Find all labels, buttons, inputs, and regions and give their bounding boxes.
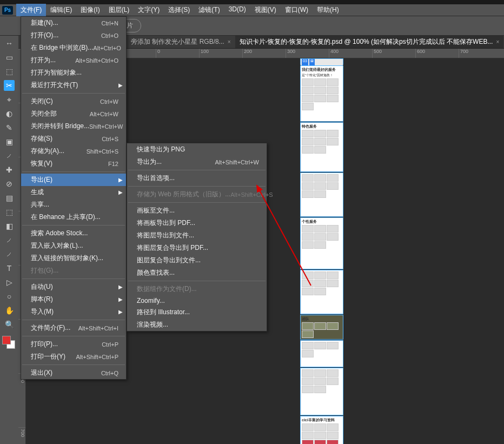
menu-item[interactable]: 渲染视频... xyxy=(127,319,267,331)
slice-thumbnail[interactable]: 我们觉得最好的服务是"个性化"因材施教！ xyxy=(300,65,343,122)
menubar-item[interactable]: 图像(I) xyxy=(76,4,104,16)
menubar-item[interactable]: 视图(V) xyxy=(250,4,281,16)
slice-thumbnail[interactable]: 个性服务 xyxy=(300,217,343,269)
tool-button[interactable]: ✂ xyxy=(4,80,15,91)
tool-button[interactable]: ◧ xyxy=(4,221,15,231)
menu-item[interactable]: 在 Behance 上共享(D)... xyxy=(21,211,126,223)
menu-item[interactable]: 图层复合导出到文件... xyxy=(127,254,267,267)
menu-item[interactable]: 关闭(C)Ctrl+W xyxy=(21,95,126,108)
menu-item[interactable]: 导入(M)▶ xyxy=(21,306,126,318)
tool-button[interactable]: ↔ xyxy=(4,38,15,49)
menu-item[interactable]: 打开(O)...Ctrl+O xyxy=(21,29,126,42)
menu-separator xyxy=(22,336,125,336)
menu-item[interactable]: 共享... xyxy=(21,198,126,211)
slice-thumbnail[interactable] xyxy=(300,340,343,367)
menu-item[interactable]: 自动(U)▶ xyxy=(21,281,126,293)
menubar-item[interactable]: 窗口(W) xyxy=(281,4,313,16)
menu-item[interactable]: 快速导出为 PNG xyxy=(127,143,267,156)
slice-thumbnail[interactable] xyxy=(300,368,343,415)
tool-button[interactable]: ▷ xyxy=(4,277,15,288)
menubar-item[interactable]: 选择(S) xyxy=(164,4,194,16)
menubar-item[interactable]: 滤镜(T) xyxy=(194,4,224,16)
content-thumb xyxy=(314,95,326,102)
menu-item[interactable]: 文件简介(F)...Alt+Shift+Ctrl+I xyxy=(21,322,126,334)
slice-thumbnail[interactable]: 团队 xyxy=(300,315,343,340)
menu-item[interactable]: 关闭全部Alt+Ctrl+W xyxy=(21,108,126,120)
menu-item[interactable]: 导出首选项... xyxy=(127,172,267,184)
menu-item[interactable]: 导出(E)▶ xyxy=(21,174,126,186)
content-thumb xyxy=(314,386,326,393)
content-thumb xyxy=(314,182,326,190)
menubar-item[interactable]: 3D(D) xyxy=(224,4,250,16)
slice-thumbnail[interactable]: 特色服务 xyxy=(300,122,343,172)
menu-item-label: 快速导出为 PNG xyxy=(137,145,185,154)
menu-item[interactable]: 将图层导出到文件... xyxy=(127,229,267,242)
tool-button[interactable]: ▭ xyxy=(4,52,15,63)
menu-item[interactable]: 置入嵌入对象(L)... xyxy=(21,240,126,252)
menu-item[interactable]: 在 Bridge 中浏览(B)...Alt+Ctrl+O xyxy=(21,42,126,54)
tool-button[interactable]: ⟋ xyxy=(4,150,15,161)
tool-button[interactable]: ✋ xyxy=(4,305,15,316)
menu-item[interactable]: 将图层复合导出到 PDF... xyxy=(127,242,267,254)
menu-item[interactable]: 退出(X)Ctrl+Q xyxy=(21,367,126,379)
menu-item[interactable]: 关闭并转到 Bridge...Shift+Ctrl+W xyxy=(21,120,126,132)
close-icon[interactable]: × xyxy=(496,39,499,45)
menu-item[interactable]: 恢复(V)F12 xyxy=(21,157,126,170)
content-thumb xyxy=(314,138,326,145)
menubar-item[interactable]: 文件(F) xyxy=(16,4,46,16)
content-thumb xyxy=(314,440,326,444)
tool-button[interactable]: ⬚ xyxy=(4,66,15,77)
menu-shortcut: Ctrl+P xyxy=(102,341,118,348)
menu-item[interactable]: 颜色查找表... xyxy=(127,267,267,279)
tool-button[interactable]: ○ xyxy=(4,291,15,302)
menu-item[interactable]: 置入链接的智能对象(K)... xyxy=(21,252,126,264)
tool-button[interactable]: ▣ xyxy=(4,136,15,147)
menu-item[interactable]: Zoomify... xyxy=(127,295,267,306)
tool-button[interactable]: ⟋ xyxy=(4,235,15,246)
close-icon[interactable]: × xyxy=(228,39,231,45)
menu-separator xyxy=(22,225,125,226)
menu-item[interactable]: 新建(N)...Ctrl+N xyxy=(21,17,126,29)
tool-button[interactable]: ✎ xyxy=(4,122,15,133)
slice-thumbnail[interactable]: cici丰富的学习资料 xyxy=(300,416,343,444)
menubar-item[interactable]: 编辑(E) xyxy=(46,4,76,16)
menu-item[interactable]: 画板至文件... xyxy=(127,204,267,217)
menu-item[interactable]: 导出为...Alt+Shift+Ctrl+W xyxy=(127,156,267,168)
menu-shortcut: Alt+Shift+Ctrl+W xyxy=(215,159,259,165)
slice-thumbnail[interactable] xyxy=(300,270,343,314)
tool-button[interactable]: ✚ xyxy=(4,164,15,175)
document-tab[interactable]: 旁添加 制作发光小星星 RGB/8...× xyxy=(127,36,235,49)
menubar-item[interactable]: 帮助(H) xyxy=(313,4,343,16)
menu-separator xyxy=(128,202,266,203)
menu-item[interactable]: 将画板导出到 PDF... xyxy=(127,217,267,229)
tool-button[interactable]: ⊘ xyxy=(4,178,15,189)
tool-button[interactable]: ◐ xyxy=(4,108,15,119)
menu-item[interactable]: 生成▶ xyxy=(21,186,126,198)
slice-thumbnail[interactable]: 03⊠ xyxy=(300,58,343,65)
menu-item[interactable]: 路径到 Illustrator... xyxy=(127,306,267,319)
foreground-color-swatch[interactable] xyxy=(2,336,11,344)
menu-item[interactable]: 搜索 Adobe Stock... xyxy=(21,227,126,240)
menu-item[interactable]: 打开为...Alt+Shift+Ctrl+O xyxy=(21,54,126,67)
menubar-item[interactable]: 图层(L) xyxy=(104,4,134,16)
tool-button[interactable]: ⟋ xyxy=(4,249,15,260)
tool-button[interactable]: 🔍 xyxy=(4,319,15,330)
slice-thumbnail[interactable] xyxy=(300,173,343,217)
tool-button[interactable]: ⬚ xyxy=(4,207,15,217)
menu-item[interactable]: 存储为(A)...Shift+Ctrl+S xyxy=(21,145,126,157)
menu-item[interactable]: 打印(P)...Ctrl+P xyxy=(21,338,126,350)
menu-item[interactable]: 打印一份(Y)Alt+Shift+Ctrl+P xyxy=(21,350,126,363)
content-thumb xyxy=(302,330,314,338)
tool-button[interactable]: ▤ xyxy=(4,193,15,203)
document-tab[interactable]: 知识卡片-恢复的-恢复的-恢复的.psd @ 100% (如何解决ps切片完成以… xyxy=(235,36,504,49)
menubar-item[interactable]: 文字(Y) xyxy=(134,4,164,16)
menu-item[interactable]: 存储(S)Ctrl+S xyxy=(21,132,126,145)
menu-item-label: 置入嵌入对象(L)... xyxy=(31,241,83,250)
menu-item[interactable]: 最近打开文件(T)▶ xyxy=(21,79,126,91)
menu-item[interactable]: 脚本(R)▶ xyxy=(21,293,126,306)
tool-button[interactable]: T xyxy=(4,263,15,274)
tool-button[interactable]: ⌖ xyxy=(4,94,15,105)
slice-title: 我们觉得最好的服务 xyxy=(302,67,342,72)
menu-item-label: 最近打开文件(T) xyxy=(31,81,78,90)
menu-item[interactable]: 打开为智能对象... xyxy=(21,67,126,79)
